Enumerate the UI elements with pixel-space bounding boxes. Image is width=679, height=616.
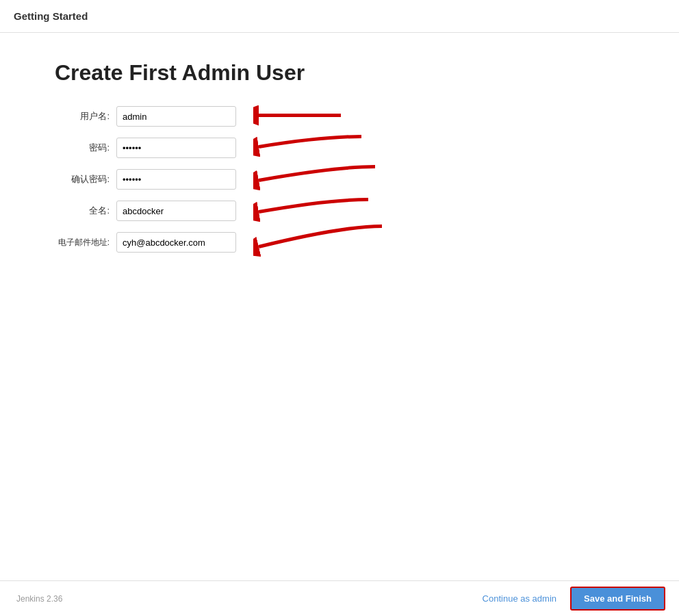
main-content: Create First Admin User 用户名: 密码: — [0, 33, 679, 580]
page-title: Create First Admin User — [55, 60, 624, 86]
arrow-email — [253, 221, 383, 262]
input-username[interactable] — [116, 106, 236, 127]
input-confirm-password[interactable] — [116, 169, 236, 190]
form-row-fullname: 全名: — [55, 201, 624, 221]
footer: Jenkins 2.36 Continue as admin Save and … — [0, 580, 679, 616]
arrow-fullname — [253, 193, 370, 227]
continue-as-admin-link[interactable]: Continue as admin — [483, 593, 556, 604]
header: Getting Started — [0, 0, 679, 33]
arrow-confirm-password — [253, 162, 376, 196]
form-row-email: 电子邮件地址: — [55, 232, 624, 253]
form-container: 用户名: 密码: — [55, 106, 624, 253]
form-row-username: 用户名: — [55, 106, 624, 127]
label-email: 电子邮件地址: — [55, 237, 116, 248]
header-title: Getting Started — [14, 10, 88, 22]
input-password[interactable] — [116, 138, 236, 158]
save-and-finish-button[interactable]: Save and Finish — [570, 587, 665, 611]
form-row-password: 密码: — [55, 138, 624, 158]
input-email[interactable] — [116, 232, 236, 253]
jenkins-version: Jenkins 2.36 — [14, 594, 62, 604]
form-row-confirm-password: 确认密码: — [55, 169, 624, 190]
arrow-username — [253, 103, 342, 128]
label-username: 用户名: — [55, 110, 116, 123]
label-confirm-password: 确认密码: — [55, 173, 116, 185]
arrow-password — [253, 130, 363, 164]
input-fullname[interactable] — [116, 201, 236, 221]
label-fullname: 全名: — [55, 205, 116, 217]
label-password: 密码: — [55, 142, 116, 154]
